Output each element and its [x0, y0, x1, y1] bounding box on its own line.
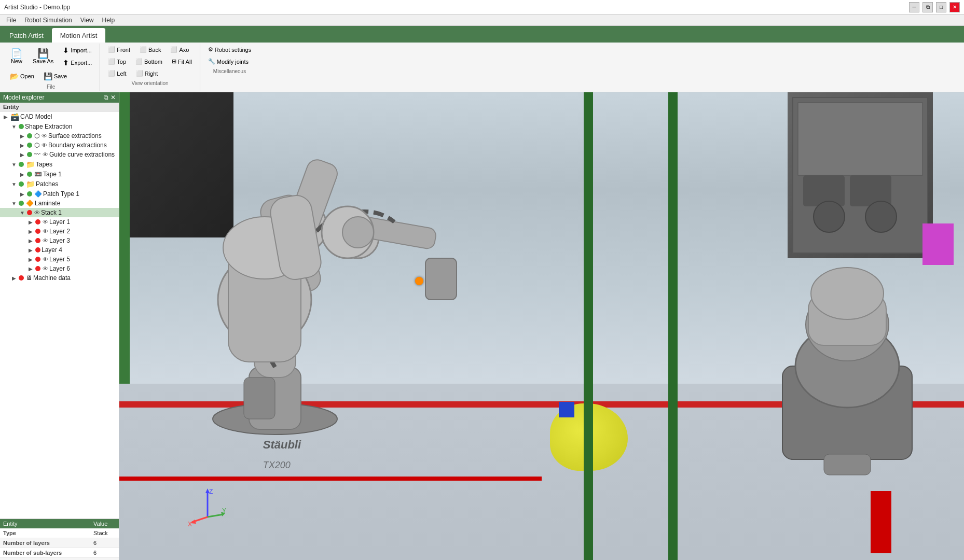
close-button[interactable]: ✕ [949, 2, 960, 12]
tree-item-tape-1[interactable]: ▶ 📼 Tape 1 [0, 170, 119, 179]
shape-extraction-dot [19, 124, 24, 129]
file-group-label: File [6, 84, 95, 90]
maximize-button[interactable]: □ [936, 2, 946, 12]
save-icon: 💾 [44, 72, 52, 80]
tree-item-surface-extractions[interactable]: ▶ ⬡ 👁 Surface extractions [0, 131, 119, 141]
layer5-eye[interactable]: 👁 [43, 256, 48, 262]
expand-patch-type1[interactable]: ▶ [19, 190, 26, 198]
menu-view[interactable]: View [76, 16, 98, 25]
tree-item-layer-3[interactable]: ▶ 👁 Layer 3 [0, 236, 119, 245]
layer3-label: Layer 3 [49, 237, 70, 244]
left-button[interactable]: ⬜ Left [104, 68, 130, 78]
modify-joints-icon: 🔧 [208, 58, 215, 65]
tree-item-machine-data[interactable]: ▶ 🖥 Machine data [0, 273, 119, 283]
layer6-eye[interactable]: 👁 [43, 265, 48, 272]
tree-item-layer-4[interactable]: ▶ Layer 4 [0, 245, 119, 255]
save-as-button[interactable]: 💾 Save As [29, 47, 57, 66]
fit-all-button[interactable]: ⊞ Fit All [168, 57, 196, 66]
svg-rect-31 [824, 454, 871, 475]
tree-item-layer-6[interactable]: ▶ 👁 Layer 6 [0, 264, 119, 273]
expand-patches[interactable]: ▼ [10, 180, 18, 188]
boundary-icon: ⬡ [34, 142, 39, 149]
restore-button[interactable]: ⧉ [922, 2, 933, 12]
expand-stack1[interactable]: ▼ [19, 209, 26, 216]
blue-cube [559, 402, 574, 417]
expand-machine-data[interactable]: ▶ [10, 274, 18, 282]
purple-element [922, 223, 954, 265]
expand-boundary[interactable]: ▶ [19, 142, 26, 149]
expand-layer5[interactable]: ▶ [27, 256, 34, 263]
tree-item-patches[interactable]: ▼ 📁 Patches [0, 179, 119, 189]
tree-item-layer-1[interactable]: ▶ 👁 Layer 1 [0, 217, 119, 227]
axo-icon: ⬜ [170, 46, 177, 53]
modify-joints-button[interactable]: 🔧 Modify joints [204, 57, 252, 66]
svg-rect-21 [798, 103, 922, 175]
expand-tapes[interactable]: ▼ [10, 161, 18, 168]
layer5-dot [35, 257, 40, 262]
tree-item-layer-2[interactable]: ▶ 👁 Layer 2 [0, 227, 119, 236]
top-button[interactable]: ⬜ Top [104, 57, 130, 66]
expand-layer4[interactable]: ▶ [27, 246, 34, 254]
right-button[interactable]: ⬜ Right [132, 68, 162, 78]
new-button[interactable]: 📄 New [6, 47, 27, 66]
tree-item-laminate[interactable]: ▼ 🔶 Laminate [0, 199, 119, 208]
expand-cad-model[interactable]: ▶ [2, 113, 9, 120]
expand-shape-extraction[interactable]: ▼ [10, 123, 18, 130]
property-entity: Number of layers [0, 538, 90, 548]
layer1-eye[interactable]: 👁 [43, 219, 48, 225]
tab-patch-artist[interactable]: Patch Artist [1, 28, 52, 43]
left-icon: ⬜ [108, 70, 115, 77]
stack1-eye[interactable]: 👁 [34, 209, 40, 216]
robot-body-overlay [161, 155, 420, 414]
export-button[interactable]: ⬆ Export... [59, 57, 95, 68]
open-button[interactable]: 📂 Open [6, 71, 38, 82]
tree-item-shape-extraction[interactable]: ▼ Shape Extraction [0, 122, 119, 131]
menu-robot-simulation[interactable]: Robot Simulation [20, 16, 76, 25]
front-button[interactable]: ⬜ Front [104, 45, 134, 54]
robot-settings-button[interactable]: ⚙ Robot settings [204, 45, 255, 54]
tree-item-tapes[interactable]: ▼ 📁 Tapes [0, 159, 119, 170]
expand-layer6[interactable]: ▶ [27, 265, 34, 272]
view-group-label: View orientation [104, 80, 196, 86]
guide-curve-eye[interactable]: 👁 [43, 151, 48, 158]
coordinate-axes: Z X Y [187, 486, 228, 529]
surface-eye[interactable]: 👁 [42, 133, 47, 139]
save-button[interactable]: 💾 Save [40, 71, 71, 82]
svg-text:Z: Z [209, 488, 213, 495]
tree-item-guide-curve[interactable]: ▶ 〰 👁 Guide curve extractions [0, 150, 119, 159]
model-explorer-header: Model explorer ⧉ ✕ [0, 92, 119, 103]
layer2-eye[interactable]: 👁 [43, 228, 48, 234]
back-button[interactable]: ⬜ Back [136, 45, 164, 54]
toolbar-view-group: ⬜ Front ⬜ Back ⬜ Axo ⬜ Top ⬜ Bottom ⊞ [100, 44, 200, 91]
viewport[interactable]: Stäubli TX200 Z X Y [119, 92, 964, 560]
tree-item-patch-type-1[interactable]: ▶ 🔷 Patch Type 1 [0, 189, 119, 199]
expand-layer1[interactable]: ▶ [27, 218, 34, 226]
tree-item-boundary-extractions[interactable]: ▶ ⬡ 👁 Boundary extractions [0, 141, 119, 150]
menu-file[interactable]: File [2, 16, 20, 25]
menu-help[interactable]: Help [98, 16, 119, 25]
tree-item-stack-1[interactable]: ▼ 👁 Stack 1 [0, 208, 119, 217]
tab-bar: Patch Artist Motion Artist [0, 26, 964, 43]
tape1-label: Tape 1 [43, 171, 62, 178]
close-panel-button[interactable]: ✕ [111, 94, 116, 101]
float-button[interactable]: ⧉ [104, 94, 108, 101]
expand-layer3[interactable]: ▶ [27, 237, 34, 244]
minimize-button[interactable]: ─ [909, 2, 919, 12]
layer3-eye[interactable]: 👁 [43, 237, 48, 244]
tree-item-cad-model[interactable]: ▶ 🗃️ CAD Model [0, 111, 119, 122]
tab-motion-artist[interactable]: Motion Artist [52, 28, 106, 43]
expand-surface[interactable]: ▶ [19, 132, 26, 139]
expand-layer2[interactable]: ▶ [27, 228, 34, 235]
svg-point-19 [342, 217, 374, 248]
expand-guide-curve[interactable]: ▶ [19, 151, 26, 158]
boundary-eye[interactable]: 👁 [42, 142, 47, 148]
expand-tape1[interactable]: ▶ [19, 171, 26, 178]
tree-item-layer-5[interactable]: ▶ 👁 Layer 5 [0, 255, 119, 264]
import-button[interactable]: ⬇ Import... [59, 45, 95, 56]
bottom-button[interactable]: ⬜ Bottom [132, 57, 166, 66]
expand-laminate[interactable]: ▼ [10, 200, 18, 207]
property-row: Number of chains20 [0, 558, 119, 561]
header-controls: ⧉ ✕ [104, 94, 116, 101]
tape1-icon: 📼 [34, 171, 42, 178]
axo-button[interactable]: ⬜ Axo [167, 45, 192, 54]
